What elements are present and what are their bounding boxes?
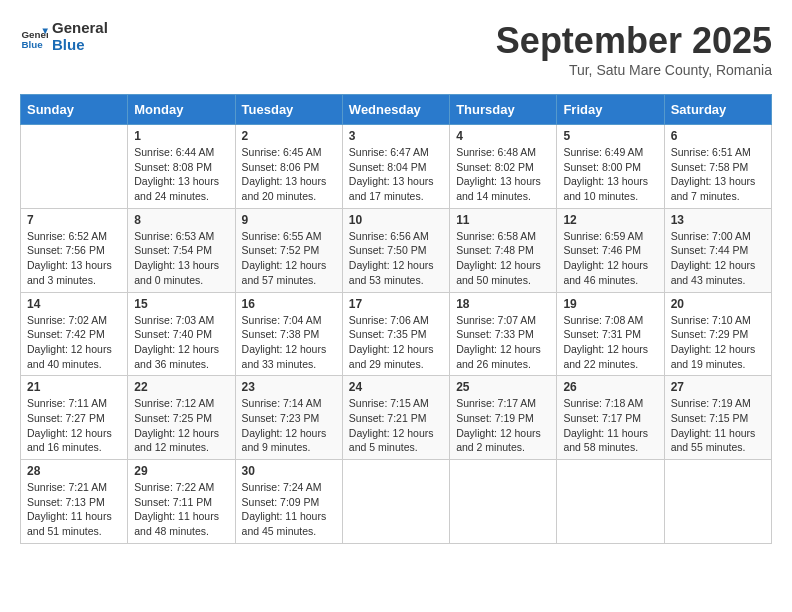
calendar-cell: 17Sunrise: 7:06 AMSunset: 7:35 PMDayligh… xyxy=(342,292,449,376)
cell-text-line: Sunset: 7:13 PM xyxy=(27,495,121,510)
cell-text-line: Sunrise: 6:48 AM xyxy=(456,145,550,160)
day-number: 6 xyxy=(671,129,765,143)
calendar-cell: 22Sunrise: 7:12 AMSunset: 7:25 PMDayligh… xyxy=(128,376,235,460)
cell-text-line: Sunset: 7:52 PM xyxy=(242,243,336,258)
day-number: 11 xyxy=(456,213,550,227)
cell-text-line: Sunset: 7:23 PM xyxy=(242,411,336,426)
cell-text-line: Sunset: 7:56 PM xyxy=(27,243,121,258)
cell-text-line: Sunrise: 7:06 AM xyxy=(349,313,443,328)
cell-text-line: Sunset: 7:33 PM xyxy=(456,327,550,342)
day-number: 4 xyxy=(456,129,550,143)
weekday-header-row: SundayMondayTuesdayWednesdayThursdayFrid… xyxy=(21,95,772,125)
cell-text-line: Sunset: 7:48 PM xyxy=(456,243,550,258)
cell-text-line: Sunset: 7:54 PM xyxy=(134,243,228,258)
cell-text-line: Sunset: 7:27 PM xyxy=(27,411,121,426)
calendar-cell: 3Sunrise: 6:47 AMSunset: 8:04 PMDaylight… xyxy=(342,125,449,209)
cell-text-line: Daylight: 12 hours and 9 minutes. xyxy=(242,426,336,455)
day-number: 5 xyxy=(563,129,657,143)
day-number: 13 xyxy=(671,213,765,227)
calendar-cell: 29Sunrise: 7:22 AMSunset: 7:11 PMDayligh… xyxy=(128,460,235,544)
logo-text: General Blue xyxy=(52,20,108,53)
day-number: 7 xyxy=(27,213,121,227)
cell-text-line: Sunrise: 6:44 AM xyxy=(134,145,228,160)
cell-text-line: Sunrise: 7:18 AM xyxy=(563,396,657,411)
day-number: 9 xyxy=(242,213,336,227)
cell-text-line: Sunrise: 6:51 AM xyxy=(671,145,765,160)
day-number: 8 xyxy=(134,213,228,227)
calendar-cell: 11Sunrise: 6:58 AMSunset: 7:48 PMDayligh… xyxy=(450,208,557,292)
weekday-header: Friday xyxy=(557,95,664,125)
weekday-header: Thursday xyxy=(450,95,557,125)
calendar-cell: 24Sunrise: 7:15 AMSunset: 7:21 PMDayligh… xyxy=(342,376,449,460)
day-number: 20 xyxy=(671,297,765,311)
cell-text-line: Daylight: 12 hours and 43 minutes. xyxy=(671,258,765,287)
day-number: 22 xyxy=(134,380,228,394)
calendar-cell: 7Sunrise: 6:52 AMSunset: 7:56 PMDaylight… xyxy=(21,208,128,292)
cell-text-line: Sunrise: 6:58 AM xyxy=(456,229,550,244)
svg-text:Blue: Blue xyxy=(21,39,43,50)
day-number: 28 xyxy=(27,464,121,478)
calendar-cell: 14Sunrise: 7:02 AMSunset: 7:42 PMDayligh… xyxy=(21,292,128,376)
cell-text-line: Sunset: 8:04 PM xyxy=(349,160,443,175)
calendar-cell: 21Sunrise: 7:11 AMSunset: 7:27 PMDayligh… xyxy=(21,376,128,460)
day-number: 17 xyxy=(349,297,443,311)
calendar-cell xyxy=(21,125,128,209)
cell-text-line: Sunrise: 6:52 AM xyxy=(27,229,121,244)
cell-text-line: Daylight: 13 hours and 20 minutes. xyxy=(242,174,336,203)
cell-text-line: Daylight: 13 hours and 0 minutes. xyxy=(134,258,228,287)
day-number: 23 xyxy=(242,380,336,394)
weekday-header: Wednesday xyxy=(342,95,449,125)
cell-text-line: Sunrise: 6:59 AM xyxy=(563,229,657,244)
cell-text-line: Sunrise: 7:24 AM xyxy=(242,480,336,495)
calendar-cell: 15Sunrise: 7:03 AMSunset: 7:40 PMDayligh… xyxy=(128,292,235,376)
logo-line1: General xyxy=(52,20,108,37)
cell-text-line: Sunrise: 6:47 AM xyxy=(349,145,443,160)
day-number: 19 xyxy=(563,297,657,311)
cell-text-line: Daylight: 12 hours and 2 minutes. xyxy=(456,426,550,455)
calendar-cell xyxy=(664,460,771,544)
calendar-week-row: 1Sunrise: 6:44 AMSunset: 8:08 PMDaylight… xyxy=(21,125,772,209)
cell-text-line: Daylight: 13 hours and 7 minutes. xyxy=(671,174,765,203)
cell-text-line: Daylight: 12 hours and 36 minutes. xyxy=(134,342,228,371)
cell-text-line: Sunrise: 6:49 AM xyxy=(563,145,657,160)
cell-text-line: Daylight: 11 hours and 58 minutes. xyxy=(563,426,657,455)
calendar-week-row: 21Sunrise: 7:11 AMSunset: 7:27 PMDayligh… xyxy=(21,376,772,460)
cell-text-line: Sunrise: 7:08 AM xyxy=(563,313,657,328)
calendar-cell: 23Sunrise: 7:14 AMSunset: 7:23 PMDayligh… xyxy=(235,376,342,460)
cell-text-line: Sunrise: 6:53 AM xyxy=(134,229,228,244)
weekday-header: Saturday xyxy=(664,95,771,125)
day-number: 24 xyxy=(349,380,443,394)
calendar-week-row: 14Sunrise: 7:02 AMSunset: 7:42 PMDayligh… xyxy=(21,292,772,376)
cell-text-line: Daylight: 13 hours and 24 minutes. xyxy=(134,174,228,203)
cell-text-line: Sunrise: 7:19 AM xyxy=(671,396,765,411)
day-number: 1 xyxy=(134,129,228,143)
cell-text-line: Sunset: 8:00 PM xyxy=(563,160,657,175)
calendar-cell: 28Sunrise: 7:21 AMSunset: 7:13 PMDayligh… xyxy=(21,460,128,544)
day-number: 2 xyxy=(242,129,336,143)
logo-icon: General Blue xyxy=(20,23,48,51)
cell-text-line: Sunset: 7:15 PM xyxy=(671,411,765,426)
cell-text-line: Sunrise: 7:10 AM xyxy=(671,313,765,328)
cell-text-line: Daylight: 11 hours and 45 minutes. xyxy=(242,509,336,538)
cell-text-line: Daylight: 11 hours and 51 minutes. xyxy=(27,509,121,538)
cell-text-line: Sunset: 7:25 PM xyxy=(134,411,228,426)
logo-line2: Blue xyxy=(52,37,108,54)
header: General Blue General Blue September 2025… xyxy=(20,20,772,78)
calendar-cell: 27Sunrise: 7:19 AMSunset: 7:15 PMDayligh… xyxy=(664,376,771,460)
cell-text-line: Sunset: 8:08 PM xyxy=(134,160,228,175)
day-number: 27 xyxy=(671,380,765,394)
day-number: 25 xyxy=(456,380,550,394)
cell-text-line: Sunrise: 7:12 AM xyxy=(134,396,228,411)
cell-text-line: Daylight: 11 hours and 48 minutes. xyxy=(134,509,228,538)
calendar-cell: 13Sunrise: 7:00 AMSunset: 7:44 PMDayligh… xyxy=(664,208,771,292)
cell-text-line: Daylight: 11 hours and 55 minutes. xyxy=(671,426,765,455)
calendar-cell: 19Sunrise: 7:08 AMSunset: 7:31 PMDayligh… xyxy=(557,292,664,376)
day-number: 10 xyxy=(349,213,443,227)
weekday-header: Monday xyxy=(128,95,235,125)
calendar-table: SundayMondayTuesdayWednesdayThursdayFrid… xyxy=(20,94,772,544)
calendar-cell: 30Sunrise: 7:24 AMSunset: 7:09 PMDayligh… xyxy=(235,460,342,544)
cell-text-line: Sunset: 7:38 PM xyxy=(242,327,336,342)
cell-text-line: Sunrise: 6:56 AM xyxy=(349,229,443,244)
calendar-cell: 9Sunrise: 6:55 AMSunset: 7:52 PMDaylight… xyxy=(235,208,342,292)
cell-text-line: Daylight: 12 hours and 40 minutes. xyxy=(27,342,121,371)
